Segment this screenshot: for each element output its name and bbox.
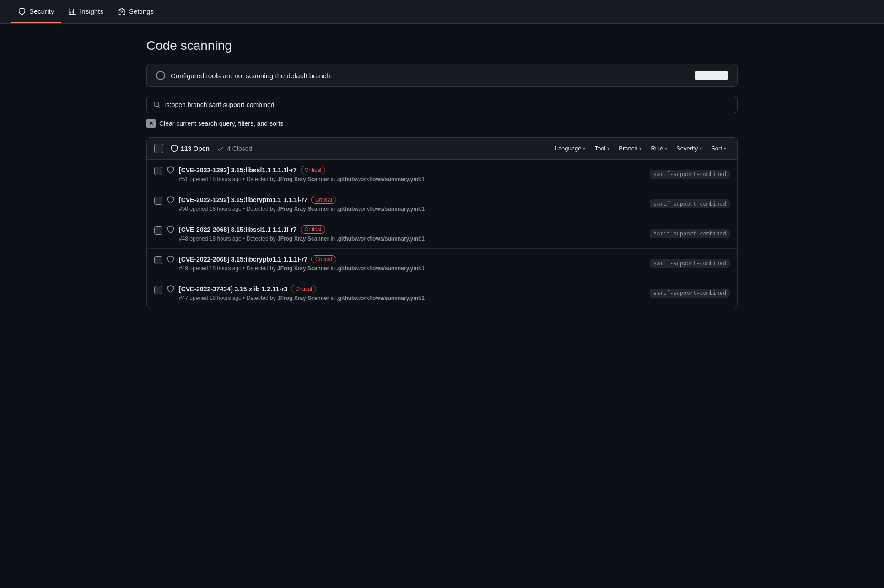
alert-text: Configured tools are not scanning the de… bbox=[171, 72, 332, 80]
graph-icon bbox=[69, 8, 76, 15]
row-shield-icon-1 bbox=[167, 196, 174, 205]
severity-badge-0: Critical bbox=[301, 166, 326, 174]
table-header: 113 Open 4 Closed Language ▾ Tool ▾ bbox=[147, 138, 737, 160]
row-title-3: [CVE-2022-2068] 3.15:libcrypto1.1 1.1.1l… bbox=[179, 255, 425, 263]
row-checkbox-0[interactable] bbox=[154, 167, 162, 175]
warning-circle-icon bbox=[156, 71, 165, 80]
row-checkbox-3[interactable] bbox=[154, 256, 162, 264]
row-content-4: [CVE-2022-37434] 3.15:zlib 1.2.11-r3 Cri… bbox=[179, 285, 425, 301]
table-row[interactable]: [CVE-2022-1292] 3.15:libcrypto1.1 1.1.1l… bbox=[147, 189, 737, 219]
chevron-down-icon: ▾ bbox=[724, 146, 726, 151]
nav-settings[interactable]: Settings bbox=[111, 0, 161, 23]
page-title: Code scanning bbox=[146, 38, 738, 53]
open-count-label: 113 Open bbox=[181, 145, 210, 152]
chevron-down-icon: ▾ bbox=[700, 146, 702, 151]
filter-tool-label: Tool bbox=[594, 145, 605, 152]
nav-settings-label: Settings bbox=[129, 7, 154, 15]
row-checkbox-4[interactable] bbox=[154, 286, 162, 294]
filter-sort-label: Sort bbox=[711, 145, 722, 152]
row-content-3: [CVE-2022-2068] 3.15:libcrypto1.1 1.1.1l… bbox=[179, 255, 425, 272]
select-all-checkbox[interactable] bbox=[154, 144, 163, 153]
row-meta-2: #48 opened 18 hours ago • Detected by JF… bbox=[179, 235, 425, 242]
row-content-0: [CVE-2022-1292] 3.15:libssl1.1 1.1.1l-r7… bbox=[179, 166, 425, 182]
row-left-1: [CVE-2022-1292] 3.15:libcrypto1.1 1.1.1l… bbox=[154, 196, 650, 212]
filter-language[interactable]: Language ▾ bbox=[551, 143, 589, 154]
nav-insights[interactable]: Insights bbox=[61, 0, 111, 23]
gear-icon bbox=[118, 8, 125, 15]
row-left-2: [CVE-2022-2068] 3.15:libssl1.1 1.1.1l-r7… bbox=[154, 225, 650, 242]
filter-severity[interactable]: Severity ▾ bbox=[673, 143, 706, 154]
row-meta-1: #50 opened 18 hours ago • Detected by JF… bbox=[179, 206, 425, 212]
row-title-text-1: [CVE-2022-1292] 3.15:libcrypto1.1 1.1.1l… bbox=[179, 196, 307, 203]
row-shield-icon-3 bbox=[167, 256, 174, 264]
row-title-text-4: [CVE-2022-37434] 3.15:zlib 1.2.11-r3 bbox=[179, 285, 287, 293]
row-meta-3: #49 opened 18 hours ago • Detected by JF… bbox=[179, 265, 425, 272]
row-meta-0: #51 opened 18 hours ago • Detected by JF… bbox=[179, 176, 425, 182]
branch-tag-2: sarif-support-combined bbox=[650, 229, 730, 238]
chevron-down-icon: ▾ bbox=[665, 146, 667, 151]
row-meta-4: #47 opened 18 hours ago • Detected by JF… bbox=[179, 295, 425, 301]
shield-icon-header bbox=[171, 145, 178, 152]
search-bar bbox=[146, 96, 738, 113]
table-row[interactable]: [CVE-2022-1292] 3.15:libssl1.1 1.1.1l-r7… bbox=[147, 160, 737, 189]
chevron-down-icon: ▾ bbox=[639, 146, 641, 151]
open-count[interactable]: 113 Open bbox=[171, 145, 210, 152]
filter-tool[interactable]: Tool ▾ bbox=[591, 143, 613, 154]
filter-language-label: Language bbox=[555, 145, 582, 152]
table-rows: [CVE-2022-1292] 3.15:libssl1.1 1.1.1l-r7… bbox=[147, 160, 737, 308]
filter-rule[interactable]: Rule ▾ bbox=[647, 143, 671, 154]
header-right: Language ▾ Tool ▾ Branch ▾ Rule ▾ Severi… bbox=[551, 143, 730, 154]
row-title-text-2: [CVE-2022-2068] 3.15:libssl1.1 1.1.1l-r7 bbox=[179, 226, 297, 233]
check-icon bbox=[217, 145, 224, 152]
row-shield-icon-0 bbox=[167, 166, 174, 175]
row-shield-icon-2 bbox=[167, 226, 174, 235]
filter-sort[interactable]: Sort ▾ bbox=[707, 143, 730, 154]
closed-count[interactable]: 4 Closed bbox=[217, 145, 252, 152]
chevron-down-icon: ▾ bbox=[583, 146, 585, 151]
severity-badge-3: Critical bbox=[311, 255, 336, 263]
row-left-3: [CVE-2022-2068] 3.15:libcrypto1.1 1.1.1l… bbox=[154, 255, 650, 272]
severity-badge-2: Critical bbox=[301, 225, 326, 234]
row-shield-icon-4 bbox=[167, 285, 174, 294]
filter-rule-label: Rule bbox=[651, 145, 663, 152]
main-content: Code scanning Configured tools are not s… bbox=[135, 24, 749, 323]
table-row[interactable]: [CVE-2022-2068] 3.15:libssl1.1 1.1.1l-r7… bbox=[147, 219, 737, 249]
filter-branch-label: Branch bbox=[619, 145, 637, 152]
clear-icon: ✕ bbox=[146, 119, 156, 128]
row-left-0: [CVE-2022-1292] 3.15:libssl1.1 1.1.1l-r7… bbox=[154, 166, 650, 182]
search-input[interactable] bbox=[165, 101, 731, 108]
row-left-4: [CVE-2022-37434] 3.15:zlib 1.2.11-r3 Cri… bbox=[154, 285, 650, 301]
branch-tag-1: sarif-support-combined bbox=[650, 199, 730, 208]
results-table: 113 Open 4 Closed Language ▾ Tool ▾ bbox=[146, 137, 738, 308]
search-icon bbox=[153, 101, 161, 108]
row-title-1: [CVE-2022-1292] 3.15:libcrypto1.1 1.1.1l… bbox=[179, 196, 425, 204]
nav-insights-label: Insights bbox=[80, 7, 103, 15]
branch-tag-0: sarif-support-combined bbox=[650, 170, 730, 179]
row-title-4: [CVE-2022-37434] 3.15:zlib 1.2.11-r3 Cri… bbox=[179, 285, 425, 293]
severity-badge-4: Critical bbox=[291, 285, 316, 293]
row-checkbox-1[interactable] bbox=[154, 197, 162, 205]
nav-security-label: Security bbox=[29, 7, 54, 15]
shield-icon bbox=[18, 8, 26, 15]
add-tool-button[interactable]: + Add tool bbox=[695, 71, 728, 80]
branch-tag-4: sarif-support-combined bbox=[650, 289, 730, 298]
closed-count-label: 4 Closed bbox=[227, 145, 252, 152]
branch-tag-3: sarif-support-combined bbox=[650, 259, 730, 268]
alert-banner-left: Configured tools are not scanning the de… bbox=[156, 71, 332, 80]
chevron-down-icon: ▾ bbox=[607, 146, 609, 151]
row-content-1: [CVE-2022-1292] 3.15:libcrypto1.1 1.1.1l… bbox=[179, 196, 425, 212]
alert-banner: Configured tools are not scanning the de… bbox=[146, 64, 738, 87]
table-row[interactable]: [CVE-2022-2068] 3.15:libcrypto1.1 1.1.1l… bbox=[147, 249, 737, 278]
row-title-text-3: [CVE-2022-2068] 3.15:libcrypto1.1 1.1.1l… bbox=[179, 256, 307, 263]
top-nav: Security Insights Settings bbox=[0, 0, 884, 24]
severity-badge-1: Critical bbox=[311, 196, 336, 204]
row-checkbox-2[interactable] bbox=[154, 226, 162, 235]
row-title-0: [CVE-2022-1292] 3.15:libssl1.1 1.1.1l-r7… bbox=[179, 166, 425, 174]
clear-text: Clear current search query, filters, and… bbox=[159, 120, 283, 127]
clear-search[interactable]: ✕ Clear current search query, filters, a… bbox=[146, 119, 738, 128]
filter-branch[interactable]: Branch ▾ bbox=[615, 143, 645, 154]
row-title-2: [CVE-2022-2068] 3.15:libssl1.1 1.1.1l-r7… bbox=[179, 225, 425, 234]
nav-security[interactable]: Security bbox=[11, 0, 61, 23]
filter-severity-label: Severity bbox=[676, 145, 698, 152]
table-row[interactable]: [CVE-2022-37434] 3.15:zlib 1.2.11-r3 Cri… bbox=[147, 278, 737, 308]
